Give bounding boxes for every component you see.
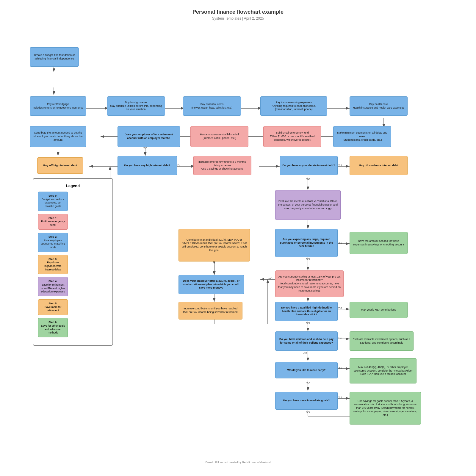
retire-early-q-node: Would you like to retire early? <box>275 362 338 378</box>
min-payments-node: Make minimum payments on all debts and l… <box>333 126 391 147</box>
evaluate-529-node: Evaluate available investment options, s… <box>350 331 414 351</box>
buy-food-node: Buy food/groceriesMay prioritize utiliti… <box>107 96 165 116</box>
legend-item-4: Step 4: Save for retirement in an IRA an… <box>38 277 108 296</box>
moderate-interest-q-node: Do you have any moderate interest debt? <box>280 156 338 175</box>
pay-moderate-node: Pay off moderate interest debt <box>350 156 408 175</box>
page-subtitle: System Templates | April 2, 2025 <box>0 16 476 21</box>
high-interest-q-node: Do you have any high interest debt? <box>118 156 177 175</box>
evaluate-roth-node: Evaluate the merits of a Roth vs Traditi… <box>275 190 341 220</box>
immediate-goals-q-node: Do you have more immediate goals? <box>275 392 338 410</box>
contribute-employer-node: Contribute the amount needed to get the … <box>30 126 86 147</box>
save-amount-needed-node: Save the amount needed for these expense… <box>350 232 408 254</box>
pay-health-node: Pay health careHealth insurance and heal… <box>350 96 408 116</box>
legend-item-1: Step 1: Build an emergency fund <box>38 214 108 230</box>
saving-15-q-node: Are you currently saving at least 15% of… <box>275 270 344 297</box>
legend-item-5: Step 5: Save more for retirement <box>38 299 108 315</box>
footer-text: Based off flowchart created by Reddit us… <box>0 461 476 467</box>
no-label-moderate: NO <box>306 177 310 180</box>
contribute-individual-node: Contribute to an Individual 401(k), SEP-… <box>178 229 250 262</box>
no-label-hsa: NO <box>306 322 310 325</box>
build-small-emergency-node: Build small emergency fundEither $1,000 … <box>263 126 321 147</box>
legend-title: Legend <box>38 184 108 188</box>
page-title: Personal finance flowchart example <box>0 0 476 15</box>
employer-match-q-node: Does your employer offer a retirement ac… <box>118 126 180 147</box>
children-college-q-node: Do you have children and wish to help pa… <box>275 331 338 351</box>
no-label-retire: NO <box>306 381 310 384</box>
legend-item-0: Step 0: Budget and reduce expenses, set … <box>38 192 108 211</box>
pay-high-interest-node: Pay off high interest debt <box>37 157 83 174</box>
legend-item-6: Step 6: Save for other goals and advance… <box>38 318 108 337</box>
no-label-children: No <box>303 351 307 354</box>
pay-rent-node: Pay rent/mortgageIncludes renters or hom… <box>30 96 86 116</box>
no-label-saving: NO <box>268 277 273 280</box>
legend-panel: Legend Step 0: Budget and reduce expense… <box>33 178 113 346</box>
large-purchases-q-node: Are you expecting any large, required pu… <box>275 229 338 257</box>
pay-non-essential-node: Pay any non-essential bills in full(Inte… <box>190 126 248 147</box>
employer-401k-q-node: Does your employer offer a 401(k), 403(b… <box>178 275 244 294</box>
pay-essential-node: Pay essential items(Power, water, heat, … <box>183 96 241 116</box>
increase-contributions-node: Increase contributions until you have re… <box>178 302 242 320</box>
create-budget-node: Create a budget The foundation of achiev… <box>30 47 79 67</box>
pay-income-node: Pay income-earning expensesAnything requ… <box>260 96 327 116</box>
no-label-goals: NO <box>306 411 310 414</box>
legend-item-2: Step 2: Use employer-sponsored matching … <box>38 233 108 252</box>
hsa-q-node: Do you have a qualified high-deductible … <box>275 302 338 321</box>
use-savings-node: Use savings for goals sooner than 3-5 ye… <box>350 392 421 425</box>
no-label-large: NO <box>306 258 310 261</box>
max-hsa-node: Max yearly HSA contributions <box>350 302 408 318</box>
legend-item-3: Step 3: Pay down high/moderate interest … <box>38 255 108 274</box>
max-401k-node: Max out 401(k), 403(b), or other employe… <box>350 358 416 383</box>
increase-emergency-node: Increase emergency fund to 3-6 months' l… <box>193 156 251 175</box>
